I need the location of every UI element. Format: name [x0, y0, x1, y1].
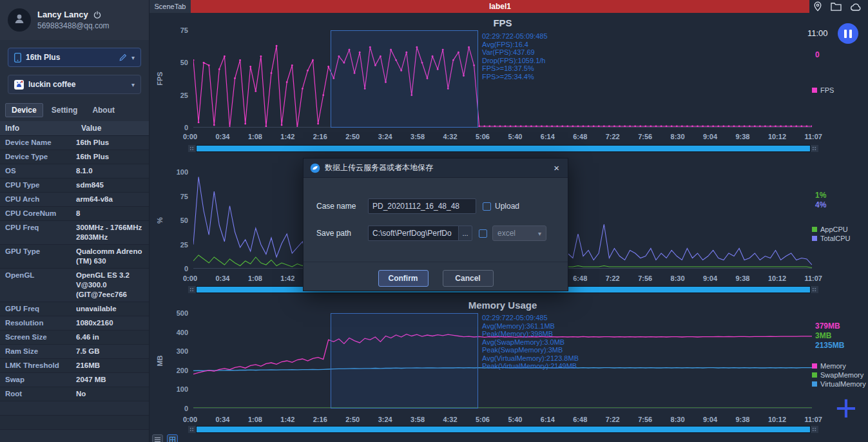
legend-item[interactable]: SwapMemory: [812, 370, 866, 380]
close-icon[interactable]: ×: [552, 162, 561, 173]
scrollbar-right-grip[interactable]: [811, 426, 818, 433]
y-tick: 0: [168, 124, 188, 131]
fps-current-values: 0: [815, 50, 820, 60]
tab-setting[interactable]: Setting: [45, 103, 84, 117]
save-path-input[interactable]: [368, 226, 458, 241]
legend-item[interactable]: FPS: [812, 86, 834, 95]
info-row: Swap2047 MB: [0, 373, 149, 387]
legend-label: AppCPU: [820, 225, 848, 234]
xtick: 3:24: [378, 133, 392, 141]
info-row: GPU Frequnavailable: [0, 302, 149, 316]
user-meta: Lancy Lancy 569883488@qq.com: [37, 10, 110, 30]
scrollbar-left-grip[interactable]: [188, 145, 196, 152]
memory-scrollbar[interactable]: [188, 426, 818, 433]
xtick: 9:04: [703, 133, 717, 141]
y-tick: 50: [168, 59, 188, 66]
export-checkbox[interactable]: [479, 229, 487, 238]
edit-device-icon[interactable]: [119, 53, 127, 61]
info-row: CPU Typesdm845: [0, 178, 149, 193]
scrollbar-thumb[interactable]: [196, 426, 811, 433]
bottom-list-view-button[interactable]: [152, 434, 163, 442]
xtick: 5:40: [508, 416, 522, 424]
bottom-grid-view-button[interactable]: [167, 434, 178, 442]
xtick: 7:22: [606, 274, 620, 283]
info-row: Ram Size7.5 GB: [0, 345, 149, 359]
info-row: Device Type16th Plus: [0, 150, 149, 164]
tab-about[interactable]: About: [86, 103, 121, 117]
memory-selection-box[interactable]: [331, 313, 477, 408]
cancel-button[interactable]: Cancel: [443, 270, 494, 287]
save-path-label: Save path: [316, 229, 363, 238]
fps-legend: FPS: [812, 86, 834, 95]
stat-line: FPS>=18:37.5%: [482, 64, 548, 73]
xtick: 10:12: [768, 416, 786, 424]
label-bar[interactable]: label1: [191, 0, 809, 13]
confirm-button[interactable]: Confirm: [378, 270, 429, 287]
info-row: RootNo: [0, 387, 149, 401]
xtick: 4:32: [443, 416, 458, 424]
y-tick: 75: [168, 193, 188, 200]
scene-tab[interactable]: SceneTab: [149, 0, 191, 13]
legend-item[interactable]: Memory: [812, 361, 866, 370]
y-tick: 100: [168, 168, 188, 176]
scrollbar-right-grip[interactable]: [811, 286, 818, 293]
legend-item[interactable]: TotalCPU: [812, 234, 850, 243]
xtick: 0:00: [183, 416, 197, 424]
scrollbar-left-grip[interactable]: [188, 426, 196, 433]
stat-line: Peak(SwapMemory):3MB: [482, 346, 579, 354]
y-tick: 400: [168, 329, 188, 336]
avatar[interactable]: [8, 8, 31, 32]
fps-chart-plot[interactable]: 02:29:722-05:09:485Avg(FPS):16.4Var(FPS)…: [193, 30, 812, 128]
location-pin-icon[interactable]: [813, 1, 822, 12]
scrollbar-right-grip[interactable]: [811, 145, 818, 152]
power-icon[interactable]: [93, 11, 101, 19]
info-row: LMK Threshold216MB: [0, 359, 149, 373]
xtick: 11:07: [804, 416, 822, 424]
fps-selection-box[interactable]: [331, 30, 477, 128]
cpu-legend: AppCPUTotalCPU: [812, 225, 850, 243]
xtick: 7:56: [638, 274, 652, 283]
device-select-label: 16th Plus: [26, 53, 115, 62]
xtick: 5:40: [508, 133, 522, 141]
xtick: 2:16: [313, 133, 327, 141]
stat-line: 02:29:722-05:09:485: [482, 32, 548, 41]
info-row: CPU Freq300MHz - 1766MHz 2803MHz: [0, 221, 149, 245]
scrollbar-thumb[interactable]: [196, 145, 811, 152]
upload-checkbox[interactable]: [483, 202, 491, 211]
save-dialog: 数据上传云服务器或者本地保存 × Case name Upload Save p…: [303, 158, 568, 291]
legend-item[interactable]: AppCPU: [812, 225, 850, 234]
memory-x-ticks: 0:000:341:081:422:162:503:243:584:325:06…: [183, 416, 822, 424]
case-name-input[interactable]: [368, 198, 476, 214]
cloud-icon[interactable]: [850, 3, 862, 11]
user-name: Lancy Lancy: [37, 10, 88, 19]
xtick: 0:34: [215, 416, 229, 424]
app-select[interactable]: luckin coffee ▾: [8, 75, 141, 94]
chevron-down-icon: ▾: [131, 81, 135, 88]
y-tick: 200: [168, 367, 188, 374]
xtick: 1:08: [248, 133, 262, 141]
folder-icon[interactable]: [831, 2, 842, 11]
pause-button[interactable]: [838, 23, 858, 44]
scrollbar-left-grip[interactable]: [188, 286, 196, 293]
info-row: [0, 430, 149, 442]
format-select[interactable]: excel ▾: [492, 226, 546, 241]
fps-scrollbar[interactable]: [188, 145, 818, 152]
tab-device[interactable]: Device: [5, 103, 43, 117]
memory-chart-plot[interactable]: 02:29:722-05:09:485Avg(Memory):361.1MBPe…: [193, 313, 812, 408]
pause-icon: [844, 30, 847, 38]
y-tick: 300: [168, 347, 188, 355]
current-value: 2135MB: [815, 341, 844, 351]
xtick: 0:00: [183, 274, 197, 283]
memory-y-axis-label: MB: [156, 355, 164, 366]
legend-swatch: [812, 88, 817, 93]
browse-button[interactable]: ...: [458, 226, 472, 241]
device-select[interactable]: 16th Plus ▾: [8, 48, 141, 67]
cpu-current-values: 1%4%: [815, 191, 826, 210]
xtick: 1:08: [248, 274, 262, 283]
add-chart-button[interactable]: +: [835, 389, 857, 427]
xtick: 8:30: [671, 133, 685, 141]
xtick: 0:34: [215, 133, 229, 141]
topbar: SceneTab label1: [149, 0, 868, 13]
dialog-titlebar[interactable]: 数据上传云服务器或者本地保存 ×: [304, 159, 568, 178]
xtick: 10:12: [768, 133, 786, 141]
